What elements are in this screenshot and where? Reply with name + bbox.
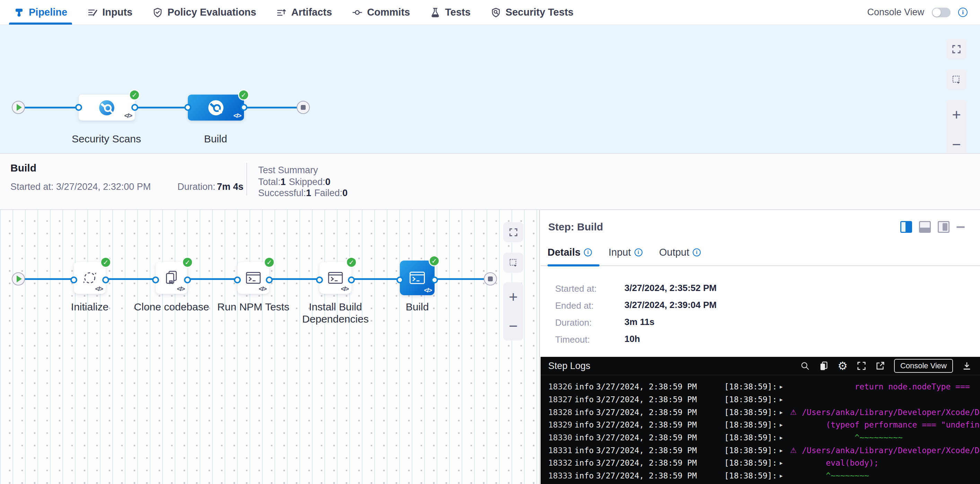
tab-pipeline[interactable]: Pipeline: [14, 0, 67, 25]
node-port[interactable]: [240, 104, 247, 111]
log-time: [18:38:59]:: [724, 395, 780, 404]
zoom-in-button[interactable]: +: [509, 289, 518, 305]
node-port[interactable]: [396, 276, 403, 283]
log-date: 3/27/2024, 2:38:59 PM: [596, 420, 700, 429]
zoom-in-button[interactable]: +: [952, 107, 961, 122]
shield-scan-icon: [491, 7, 501, 17]
tab-inputs[interactable]: Inputs: [88, 0, 132, 25]
tab-security-tests[interactable]: Security Tests: [491, 0, 574, 25]
expand-arrow-icon[interactable]: ▸: [780, 434, 790, 441]
info-icon[interactable]: i: [635, 248, 643, 256]
fullscreen-button[interactable]: [946, 39, 967, 60]
tab-output[interactable]: Output i: [659, 247, 701, 258]
log-row: 18326 info 3/27/2024, 2:38:59 PM [18:38:…: [541, 381, 980, 393]
tab-commits[interactable]: Commits: [352, 0, 410, 25]
play-icon: [17, 104, 22, 111]
node-port[interactable]: [316, 276, 323, 283]
step-node-run-npm-tests[interactable]: </>: [237, 262, 269, 294]
tab-label: Artifacts: [291, 6, 332, 18]
node-port[interactable]: [152, 276, 159, 283]
node-port[interactable]: [431, 276, 438, 283]
detail-value: 10h: [624, 334, 640, 344]
stage-start-node[interactable]: [12, 272, 25, 286]
selection-tool-button[interactable]: [946, 69, 967, 90]
layout-bottom-panel-button[interactable]: [919, 221, 931, 233]
line-number: 18333: [541, 471, 574, 480]
stage-node-build[interactable]: </>: [188, 95, 244, 121]
node-port[interactable]: [184, 276, 191, 283]
expand-arrow-icon[interactable]: ▸: [780, 472, 790, 479]
stage-label[interactable]: Build: [164, 133, 267, 145]
node-port[interactable]: [70, 276, 77, 283]
log-row: 18333 info 3/27/2024, 2:38:59 PM [18:38:…: [541, 470, 980, 482]
info-icon[interactable]: i: [693, 248, 701, 256]
open-in-new-icon[interactable]: [875, 361, 885, 371]
log-date: 3/27/2024, 2:38:59 PM: [596, 433, 700, 442]
node-port[interactable]: [185, 104, 191, 111]
step-label[interactable]: Run NPM Tests: [205, 301, 302, 313]
step-graph-canvas[interactable]: </> ✓ </> ✓ </> ✓: [0, 210, 540, 484]
log-time: [18:38:59]:: [724, 420, 780, 429]
fullscreen-button[interactable]: [503, 222, 523, 242]
pipeline-end-node[interactable]: [297, 101, 310, 114]
info-icon[interactable]: i: [584, 248, 592, 256]
expand-arrow-icon[interactable]: ▸: [780, 409, 790, 416]
line-number: 18328: [541, 408, 574, 417]
summary-divider: [247, 163, 247, 195]
tab-details[interactable]: Details i: [547, 247, 592, 258]
step-node-initialize[interactable]: </>: [74, 262, 106, 294]
search-icon[interactable]: [800, 361, 810, 371]
stage-graph-canvas[interactable]: </> ✓ </> ✓ Security Scans Build: [0, 25, 980, 153]
tab-policy-evaluations[interactable]: Policy Evaluations: [153, 0, 256, 25]
step-label[interactable]: Install Build Dependencies: [298, 301, 374, 325]
expand-arrow-icon[interactable]: ▸: [780, 396, 790, 403]
pipeline-start-node[interactable]: [12, 101, 25, 114]
console-view-toggle[interactable]: [932, 8, 951, 17]
node-port[interactable]: [131, 104, 138, 111]
tab-input[interactable]: Input i: [609, 247, 643, 258]
settings-gear-icon[interactable]: ⚙: [838, 360, 848, 371]
step-label[interactable]: Build: [369, 301, 466, 313]
expand-arrow-icon[interactable]: ▸: [780, 383, 790, 390]
line-number: 18329: [541, 420, 574, 429]
tab-artifacts[interactable]: Artifacts: [276, 0, 332, 25]
stage-node-security-scans[interactable]: </>: [79, 95, 135, 121]
expand-arrow-icon[interactable]: ▸: [780, 447, 790, 454]
stage-end-node[interactable]: [484, 272, 497, 286]
zoom-controls: + −: [503, 282, 523, 341]
log-level: info: [574, 446, 596, 455]
shield-check-icon: [153, 7, 163, 17]
node-port[interactable]: [75, 104, 82, 111]
tab-label: Policy Evaluations: [167, 6, 256, 18]
node-port[interactable]: [348, 276, 355, 283]
expand-arrow-icon[interactable]: ▸: [780, 421, 790, 428]
stage-label[interactable]: Security Scans: [54, 133, 158, 145]
step-logs-toolbar: Step Logs ⚙ Console View: [541, 357, 980, 375]
step-node-install-build-dependencies[interactable]: </>: [320, 262, 352, 294]
step-node-clone-codebase[interactable]: </>: [156, 262, 188, 294]
step-node-build[interactable]: </>: [400, 260, 434, 295]
node-port[interactable]: [234, 276, 241, 283]
selection-tool-button[interactable]: [503, 252, 523, 273]
log-level: info: [574, 471, 596, 480]
tab-tests[interactable]: Tests: [430, 0, 471, 25]
node-port[interactable]: [266, 276, 273, 283]
test-summary-line1: Total:1 Skipped:0: [258, 177, 331, 187]
flask-icon: [430, 7, 441, 17]
console-view-button[interactable]: Console View: [894, 359, 953, 373]
expand-arrow-icon[interactable]: ▸: [780, 459, 790, 467]
log-rows[interactable]: 18326 info 3/27/2024, 2:38:59 PM [18:38:…: [541, 376, 980, 484]
zoom-out-button[interactable]: −: [509, 318, 518, 334]
copy-icon[interactable]: [819, 361, 829, 371]
node-port[interactable]: [102, 276, 109, 283]
zoom-out-button[interactable]: −: [952, 137, 961, 152]
download-icon[interactable]: [962, 361, 972, 371]
success-badge: ✓: [264, 257, 275, 268]
layout-floating-panel-button[interactable]: [938, 221, 950, 233]
fullscreen-icon[interactable]: [857, 361, 866, 371]
layout-right-panel-button[interactable]: [900, 221, 912, 233]
info-icon[interactable]: i: [958, 8, 967, 17]
minimize-panel-button[interactable]: [956, 226, 965, 228]
detail-value: 3/27/2024, 2:39:04 PM: [624, 300, 717, 310]
initialize-refresh-icon: [81, 270, 98, 286]
